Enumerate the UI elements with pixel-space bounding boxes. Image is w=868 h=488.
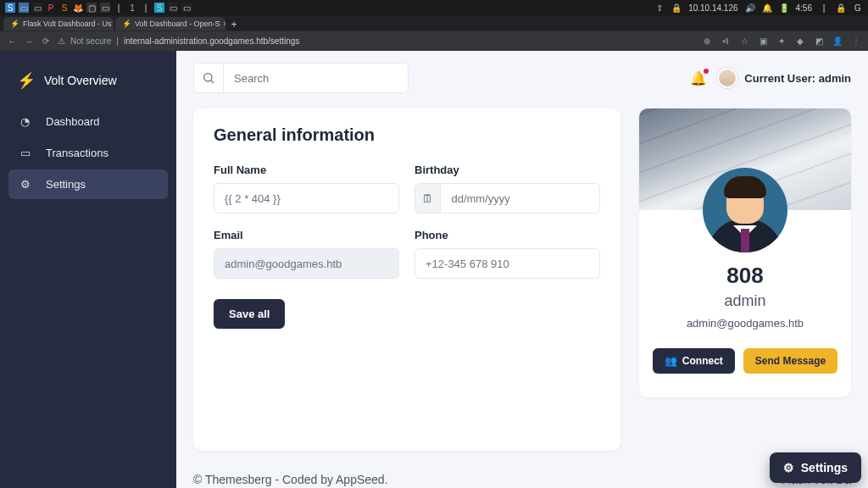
search-box [193, 63, 409, 93]
taskbar-right: ⇪ 🔒 10.10.14.126 🔊 🔔 🔋 4:56 | 🔒 G [654, 3, 863, 13]
security-label: Not secure [70, 36, 111, 46]
app-icon[interactable]: | [114, 3, 124, 13]
birthday-input[interactable] [440, 183, 600, 214]
os-taskbar: S ▭ ▭ P S 🦊 ▢ ▭ | 1 | S ▭ ▭ ⇪ 🔒 10.10.14… [0, 0, 868, 15]
forward-button[interactable]: → [24, 36, 34, 46]
sidebar-item-label: Dashboard [46, 115, 100, 128]
browser-tab[interactable]: ⚡ Volt Dashboard - Open-S × [115, 17, 225, 30]
topbar: 🔔 Current User: admin [193, 63, 851, 93]
profile-email: admin@goodgames.htb [639, 317, 851, 330]
avatar [703, 168, 787, 252]
volume-icon[interactable]: 🔊 [745, 3, 755, 13]
notification-icon[interactable]: 🔔 [762, 3, 772, 13]
tab-title: Flask Volt Dashboard - Us [23, 19, 112, 28]
send-message-button[interactable]: Send Message [743, 348, 837, 374]
app-icon[interactable]: ▭ [19, 3, 29, 13]
main-content: 🔔 Current User: admin General informatio… [176, 51, 868, 488]
app-icon[interactable]: S [5, 3, 15, 13]
full-name-input[interactable] [214, 183, 399, 214]
pie-icon: ◔ [20, 115, 34, 128]
power-menu-icon[interactable]: G [853, 3, 863, 13]
full-name-label: Full Name [214, 164, 399, 176]
page-viewport: ⚡ Volt Overview ◔ Dashboard ▭ Transactio… [0, 51, 868, 488]
new-tab-button[interactable]: + [227, 19, 241, 30]
calendar-icon[interactable]: 🗓 [415, 183, 440, 214]
separator: | [819, 3, 829, 13]
gear-icon: ⚙ [783, 461, 794, 474]
ip-address: 10.10.14.126 [688, 3, 737, 13]
zoom-icon[interactable]: ⊕ [702, 36, 712, 46]
app-icon[interactable]: S [154, 3, 164, 13]
app-icon[interactable]: ▭ [181, 3, 192, 13]
firefox-icon[interactable]: 🦊 [73, 3, 83, 13]
share-icon[interactable]: ⩤ [721, 36, 731, 46]
clock: 4:56 [796, 3, 812, 13]
fab-label: Settings [801, 461, 848, 474]
browser-tab[interactable]: ⚡ Flask Volt Dashboard - Us × [3, 17, 114, 30]
brand-label: Volt Overview [44, 74, 117, 87]
general-info-card: General information Full Name Birthday 🗓 [193, 108, 620, 451]
reload-button[interactable]: ⟳ [41, 36, 51, 46]
search-icon[interactable] [194, 64, 223, 92]
addr-actions: ⊕ ⩤ ☆ ▣ ✦ ◆ ◩ 👤 ⋮ [702, 36, 861, 46]
power-icon[interactable]: 🔋 [779, 3, 789, 13]
current-user-label: Current User: admin [744, 72, 851, 85]
app-icon[interactable]: S [59, 3, 70, 13]
card-title: General information [214, 125, 600, 145]
app-icon[interactable]: | [141, 3, 151, 13]
profile-id: 808 [639, 263, 851, 289]
brand[interactable]: ⚡ Volt Overview [8, 66, 168, 105]
notifications-button[interactable]: 🔔 [690, 70, 707, 86]
url-field[interactable]: ⚠ Not secure | internal-administration.g… [58, 36, 299, 46]
insecure-icon: ⚠ [58, 36, 65, 46]
current-user[interactable]: Current User: admin [717, 68, 851, 88]
app-icon[interactable]: ▭ [100, 3, 110, 13]
email-input[interactable] [214, 248, 399, 279]
extensions-icon[interactable]: ✦ [776, 36, 787, 46]
user-plus-icon: 👥 [665, 355, 677, 367]
settings-fab[interactable]: ⚙ Settings [770, 452, 861, 483]
network-icon[interactable]: 🔒 [671, 3, 682, 13]
menu-icon[interactable]: ⋮ [851, 36, 861, 46]
app-icon[interactable]: P [46, 3, 56, 13]
sidebar-item-transactions[interactable]: ▭ Transactions [8, 138, 168, 168]
back-button[interactable]: ← [7, 36, 17, 46]
app-icon[interactable]: ▭ [32, 3, 42, 13]
avatar [717, 68, 737, 88]
profile-card: 808 admin admin@goodgames.htb 👥 Connect … [639, 108, 851, 397]
phone-input[interactable] [415, 248, 600, 279]
cast-icon[interactable]: ▣ [758, 36, 768, 46]
tab-favicon: ⚡ [10, 19, 19, 28]
sidebar: ⚡ Volt Overview ◔ Dashboard ▭ Transactio… [0, 51, 176, 488]
close-icon[interactable]: × [224, 19, 225, 28]
email-label: Email [214, 229, 399, 241]
content-row: General information Full Name Birthday 🗓 [193, 108, 851, 451]
extension-icon[interactable]: ◩ [814, 36, 824, 46]
tab-favicon: ⚡ [122, 19, 131, 28]
upload-icon[interactable]: ⇪ [654, 3, 665, 13]
svg-point-0 [204, 74, 212, 81]
profile-name: admin [639, 292, 851, 310]
tab-title: Volt Dashboard - Open-S [135, 19, 220, 28]
app-icon[interactable]: ▭ [168, 3, 178, 13]
card-icon: ▭ [20, 147, 34, 159]
star-icon[interactable]: ☆ [739, 36, 749, 46]
terminal-icon[interactable]: ▢ [86, 3, 97, 13]
extension-icon[interactable]: ◆ [795, 36, 805, 46]
search-input[interactable] [223, 64, 408, 92]
lock-icon[interactable]: 🔒 [836, 3, 846, 13]
browser-window: ⚡ Flask Volt Dashboard - Us × ⚡ Volt Das… [0, 15, 868, 488]
profile-icon[interactable]: 👤 [832, 36, 843, 46]
footer-left: © Themesberg - Coded by AppSeed. [193, 473, 388, 486]
sidebar-item-dashboard[interactable]: ◔ Dashboard [8, 107, 168, 136]
field-email: Email [214, 229, 399, 279]
connect-button[interactable]: 👥 Connect [653, 348, 735, 374]
taskbar-left: S ▭ ▭ P S 🦊 ▢ ▭ | 1 | S ▭ ▭ [5, 3, 192, 13]
address-bar: ← → ⟳ ⚠ Not secure | internal-administra… [0, 30, 868, 51]
save-button[interactable]: Save all [214, 299, 285, 329]
notification-dot [704, 69, 709, 74]
sidebar-item-settings[interactable]: ⚙ Settings [8, 169, 168, 199]
field-full-name: Full Name [214, 164, 399, 214]
app-icon[interactable]: 1 [127, 3, 137, 13]
phone-label: Phone [415, 229, 600, 241]
